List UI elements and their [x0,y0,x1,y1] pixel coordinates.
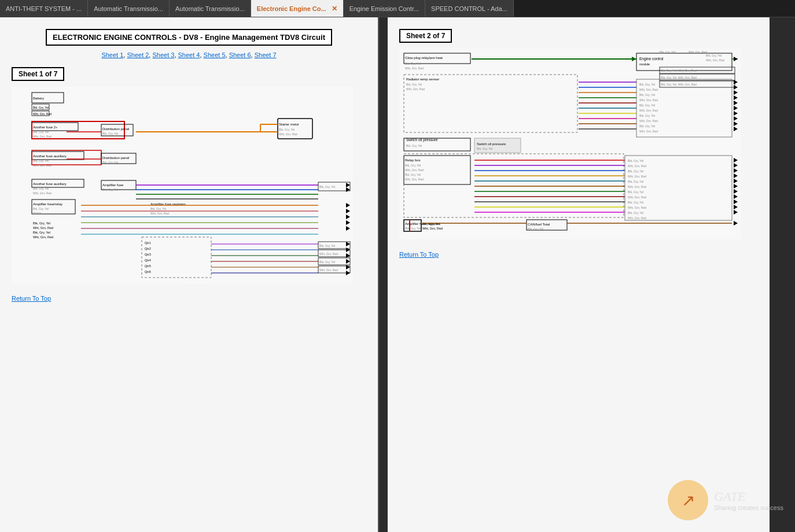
svg-text:Qtr6: Qtr6 [145,270,151,274]
watermark-arrow-icon: ↗ [682,491,695,510]
tab-electronic-engine[interactable]: Electronic Engine Co... ✕ [251,0,344,17]
svg-text:Btk, Gry, Yel: Btk, Gry, Yel [405,227,421,230]
svg-text:Btk, Gry, Yel: Btk, Gry, Yel [319,260,335,264]
svg-text:Btk, Gry, Yel: Btk, Gry, Yel [706,54,722,57]
svg-text:Btk, Gry, Yel, Wht, Grn, Red: Btk, Gry, Yel, Wht, Grn, Red [661,83,697,86]
tab-label: Electronic Engine Co... [257,5,326,12]
svg-text:Btk, Gry, Yel: Btk, Gry, Yel [150,207,166,210]
svg-text:Btk, Gry, Yel: Btk, Gry, Yel [405,62,421,65]
svg-text:Wht, Grn, Red: Wht, Grn, Red [150,212,169,215]
svg-text:Qtr2: Qtr2 [145,247,151,250]
tab-engine-emission[interactable]: Engine Emission Contr... [344,0,425,17]
watermark-tagline: Sharing creates success [714,504,783,511]
svg-text:Btk, Gry, Yel: Btk, Gry, Yel [102,188,118,191]
svg-text:Wht, Grn, Red: Wht, Grn, Red [406,87,425,91]
svg-text:Btk, Gry, Yel: Btk, Gry, Yel [639,104,655,107]
svg-text:Wht, Grn, Red: Wht, Grn, Red [279,132,297,136]
sheet2-header: Sheet 2 of 7 [399,29,452,43]
return-to-top-left[interactable]: Return To Top [12,295,366,302]
sheet-link-6[interactable]: Sheet 6 [229,51,251,58]
svg-text:Qtr5: Qtr5 [145,264,151,268]
svg-text:Btk, Gry, Yel: Btk, Gry, Yel [319,244,335,247]
svg-text:Btk, Gry, Yel: Btk, Gry, Yel [639,93,655,97]
svg-text:Wht, Grn, Red: Wht, Grn, Red [706,58,724,62]
svg-text:Wht, Grn, Red: Wht, Grn, Red [405,178,424,181]
svg-text:Btk, Gry, Yel: Btk, Gry, Yel [628,159,643,162]
svg-text:Wht, Grn, Red: Wht, Grn, Red [628,185,646,189]
svg-text:Wht, Grn, Red: Wht, Grn, Red [628,195,646,199]
svg-text:Distribution panel: Distribution panel [102,156,129,160]
svg-text:Btk, Gry, Yel: Btk, Gry, Yel [33,187,49,190]
sheet-link-3[interactable]: Sheet 3 [152,51,174,58]
svg-text:Wht, Grn, Red: Wht, Grn, Red [639,119,658,123]
tab-speed-control[interactable]: SPEED CONTROL - Ada... [425,0,514,17]
sheet-link-1[interactable]: Sheet 1 [101,51,123,58]
svg-text:Btk, Gry, Yel: Btk, Gry, Yel [405,164,421,167]
sheet-link-2[interactable]: Sheet 2 [127,51,149,58]
svg-text:Wht, Grn, Red: Wht, Grn, Red [33,226,53,230]
watermark-brand: GATE [714,489,783,504]
svg-text:Btk, Gry, Yel: Btk, Gry, Yel [33,159,49,162]
sheet-link-7[interactable]: Sheet 7 [255,51,277,58]
svg-text:Btk, Gry, Yel: Btk, Gry, Yel [33,130,49,134]
svg-text:Btk, Gry, Yel: Btk, Gry, Yel [33,207,49,210]
svg-text:Glow plug relay/pre heat: Glow plug relay/pre heat [405,56,443,60]
tab-anti-theft[interactable]: ANTI-THEFT SYSTEM - ... [0,0,88,17]
svg-text:Btk, Gry, Yel: Btk, Gry, Yel [660,50,675,54]
svg-text:Btk, Gry, Yel: Btk, Gry, Yel [406,144,422,147]
svg-text:Wht, Grn, Red: Wht, Grn, Red [639,88,658,91]
sheet-link-4[interactable]: Sheet 4 [178,51,200,58]
tab-label: SPEED CONTROL - Ada... [431,5,507,12]
svg-text:Btk, Gry, Yel: Btk, Gry, Yel [628,211,643,215]
svg-text:Btk, Gry, Yel: Btk, Gry, Yel [639,114,655,117]
wiring-diagram-svg-1: Battery Btk, Gry, Yel Wht, Grn, Red Anot… [12,87,353,283]
svg-text:Wht, Grn, Red: Wht, Grn, Red [33,191,51,195]
svg-text:Btk, Gry, Yel: Btk, Gry, Yel [477,147,492,150]
svg-text:Relay box: Relay box [405,158,421,162]
svg-text:Wht, Grn, Red: Wht, Grn, Red [628,175,646,178]
svg-text:Btk, Gry, Yel: Btk, Gry, Yel [319,185,335,189]
return-to-top-right[interactable]: Return To Top [399,251,758,258]
svg-text:Wht, Grn, Red: Wht, Grn, Red [422,227,443,230]
svg-text:Battery: Battery [33,97,44,100]
svg-text:TMAP: TMAP [33,212,42,215]
svg-text:CAN/fuel Total: CAN/fuel Total [528,223,550,226]
sheet-link-5[interactable]: Sheet 5 [204,51,226,58]
svg-text:Btk, Gry, Yel: Btk, Gry, Yel [33,106,49,109]
svg-text:Wht, Grn, Red: Wht, Grn, Red [628,164,646,168]
svg-text:Radiator temp sensor: Radiator temp sensor [406,77,439,81]
svg-text:Wht, Grn, Red: Wht, Grn, Red [319,268,338,272]
tab-label: Engine Emission Contr... [349,5,419,12]
svg-text:Distribution panel: Distribution panel [102,127,129,131]
svg-text:Btk, Gry, Yel: Btk, Gry, Yel [279,128,295,131]
close-icon[interactable]: ✕ [332,5,337,13]
tab-auto-trans-1[interactable]: Automatic Transmissio... [88,0,170,17]
svg-text:Engine control: Engine control [639,57,664,61]
svg-text:Btk, Gry, Yel: Btk, Gry, Yel [102,132,118,135]
watermark: ↗ GATE Sharing creates success [668,480,783,520]
svg-text:Another fuse 2+: Another fuse 2+ [33,125,58,129]
svg-text:Wht, Grn, Red: Wht, Grn, Red [628,206,646,209]
page-title: ELECTRONIC ENGINE CONTROLS - DV8 - Engin… [46,29,332,46]
svg-text:Btk, Gry, Yel: Btk, Gry, Yel [405,173,421,176]
svg-text:Btk, Gry, Yel: Btk, Gry, Yel [628,180,643,183]
svg-text:Wht, Grn, Red: Wht, Grn, Red [33,112,51,116]
svg-text:Wht, Grn, Red: Wht, Grn, Red [628,216,646,220]
svg-text:Btk, Gry, Yel: Btk, Gry, Yel [406,83,422,86]
svg-text:Wht, Grn, Red: Wht, Grn, Red [639,130,658,133]
svg-text:Btk, Gry, Yel: Btk, Gry, Yel [528,227,543,231]
tab-label: ANTI-THEFT SYSTEM - ... [6,5,82,12]
svg-text:Btk, Gry, Yel: Btk, Gry, Yel [33,231,50,234]
tab-auto-trans-2[interactable]: Automatic Transmissio... [170,0,251,17]
svg-text:Qtr4: Qtr4 [145,258,151,262]
tab-bar: ANTI-THEFT SYSTEM - ... Automatic Transm… [0,0,795,17]
svg-text:Btk, Gry, Yel: Btk, Gry, Yel [422,222,440,226]
svg-text:Starter motor: Starter motor [279,123,299,126]
svg-text:Wht, Grn, Red: Wht, Grn, Red [405,168,424,172]
svg-text:Switch oil pressure: Switch oil pressure [477,142,506,146]
svg-text:Qtr1: Qtr1 [145,241,151,245]
svg-text:Btk, Gry, Yel: Btk, Gry, Yel [639,83,655,86]
svg-text:Amplifier fuse/relay: Amplifier fuse/relay [33,202,62,206]
svg-text:Wht, Grn, Red: Wht, Grn, Red [33,135,51,138]
svg-text:Btk, Gry, Yel: Btk, Gry, Yel [102,161,118,164]
